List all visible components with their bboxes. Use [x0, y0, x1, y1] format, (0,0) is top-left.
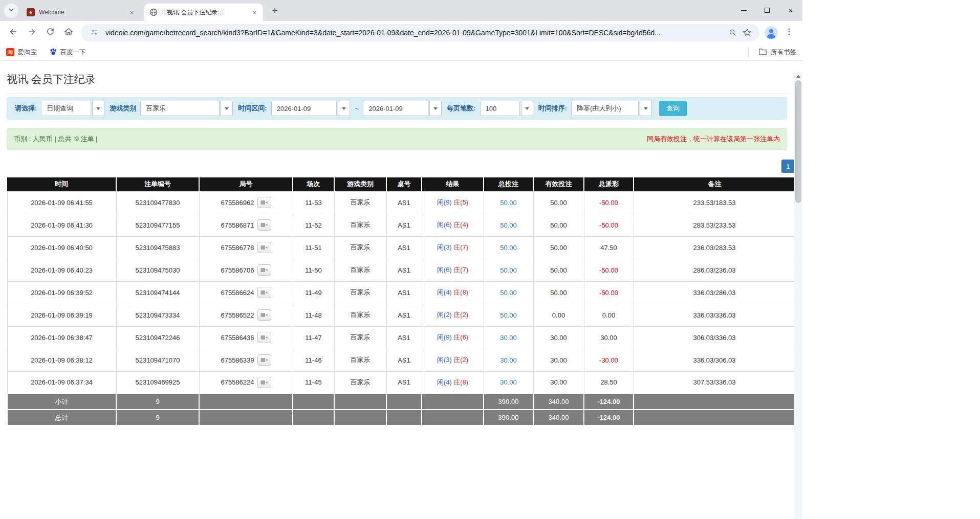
back-icon: [8, 27, 18, 39]
bookmark-taobao[interactable]: 淘 爱淘宝: [6, 48, 37, 57]
minimize-button[interactable]: [732, 0, 755, 20]
scrollbar-thumb[interactable]: [795, 80, 801, 203]
tab-welcome[interactable]: ♠ Welcome ×: [21, 4, 140, 21]
header-payout: 总派彩: [584, 177, 634, 191]
round-number: 675586224: [221, 378, 254, 386]
filter-section: 请选择: 日期查询 游戏类别 百家乐 时间区间: 2026-01-09 ~ 20: [7, 94, 795, 120]
cell-valid-bet: 0.00: [533, 304, 584, 326]
dropdown-arrow-icon[interactable]: [221, 101, 233, 116]
round-video-button[interactable]: [257, 309, 271, 321]
filter-panel: 请选择: 日期查询 游戏类别 百家乐 时间区间: 2026-01-09 ~ 20: [7, 97, 787, 120]
url-text[interactable]: videoie.com/game/betrecord_search/kind3?…: [105, 29, 726, 37]
result-player: 闲(4): [437, 288, 452, 296]
result-banker: 庄(6): [453, 333, 468, 341]
zoom-out-icon[interactable]: [726, 26, 740, 40]
search-button[interactable]: 查询: [659, 101, 687, 116]
divider: [748, 47, 749, 57]
round-video-button[interactable]: [257, 264, 271, 276]
tab-close-icon[interactable]: ×: [127, 8, 136, 17]
video-replay-icon: [260, 267, 268, 273]
result-banker: 庄(2): [453, 311, 468, 319]
cell-total-bet: 50.00: [484, 281, 533, 304]
cell-total-bet: 50.00: [484, 214, 533, 236]
result-player: 闲(9): [437, 333, 452, 341]
browser-menu-button[interactable]: [780, 24, 798, 41]
address-bar[interactable]: videoie.com/game/betrecord_search/kind3?…: [81, 24, 759, 41]
game-kind-select[interactable]: 百家乐: [140, 101, 233, 116]
tab-bet-records[interactable]: :::视讯 会员下注纪录::: ×: [144, 4, 263, 21]
forward-button[interactable]: [23, 24, 40, 41]
result-player: 闲(3): [437, 356, 452, 364]
sort-select[interactable]: 降幂(由大到小): [571, 101, 652, 116]
taobao-icon: 淘: [6, 48, 14, 56]
site-settings-icon[interactable]: [87, 26, 101, 40]
round-video-button[interactable]: [257, 332, 271, 343]
summary-bar: 币别 : 人民币 | 总共 :9 注单 | 同局有效投注，统一计算在该局第一张注…: [7, 128, 787, 150]
cell-session: 11-52: [293, 214, 334, 236]
cell-session: 11-46: [293, 349, 334, 371]
cell-bet-id: 523109472246: [116, 326, 199, 349]
video-replay-icon: [260, 334, 268, 341]
date-end-select[interactable]: 2026-01-09: [363, 101, 442, 116]
per-page-select[interactable]: 100: [480, 101, 533, 116]
dropdown-arrow-icon[interactable]: [92, 101, 104, 116]
header-session: 场次: [293, 177, 334, 191]
cell-time: 2026-01-09 06:40:23: [7, 259, 116, 281]
round-video-button[interactable]: [257, 354, 271, 366]
all-bookmarks-label: 所有书签: [771, 48, 796, 57]
tab-search-button[interactable]: [4, 4, 18, 18]
grand-total-total-bet: 390.00: [484, 410, 533, 425]
dropdown-arrow-icon[interactable]: [429, 101, 442, 116]
round-video-button[interactable]: [257, 242, 271, 253]
result-banker: 庄(7): [453, 266, 468, 274]
globe-icon: [149, 8, 158, 16]
date-start-select[interactable]: 2026-01-09: [271, 101, 350, 116]
cell-bet-id: 523109475883: [116, 236, 199, 259]
dropdown-arrow-icon[interactable]: [338, 101, 350, 116]
browser-window: ♠ Welcome × :::视讯 会员下注纪录::: × + ×: [0, 0, 802, 519]
scrollbar-up-arrow[interactable]: [794, 72, 802, 80]
new-tab-button[interactable]: +: [268, 4, 282, 18]
video-replay-icon: [260, 379, 268, 386]
subtotal-total-bet: 390.00: [484, 394, 533, 410]
cell-valid-bet: 50.00: [533, 259, 584, 281]
tab-close-icon[interactable]: ×: [250, 8, 259, 17]
cell-table-no: AS1: [386, 191, 422, 214]
home-button[interactable]: [60, 24, 77, 41]
bookmark-baidu[interactable]: 百度一下: [49, 48, 86, 57]
date-type-select[interactable]: 日期查询: [41, 101, 104, 116]
cell-session: 11-49: [293, 281, 334, 304]
result-banker: 庄(4): [453, 221, 468, 229]
cell-session: 11-53: [293, 191, 334, 214]
choose-label: 请选择:: [15, 104, 37, 113]
round-number: 675586339: [221, 356, 254, 364]
maximize-button[interactable]: [755, 0, 779, 20]
cell-result: 闲(3) 庄(2): [422, 349, 484, 371]
reload-button[interactable]: [41, 24, 59, 41]
profile-avatar[interactable]: [763, 24, 780, 41]
dropdown-arrow-icon[interactable]: [521, 101, 533, 116]
cell-payout: 28.50: [584, 371, 634, 394]
cell-game-kind: 百家乐: [334, 326, 386, 349]
date-end-value: 2026-01-09: [363, 101, 428, 116]
bookmark-star-icon[interactable]: [740, 26, 754, 40]
pagination-page-1[interactable]: 1: [781, 160, 795, 173]
result-banker: 庄(7): [453, 243, 468, 251]
cell-valid-bet: 30.00: [533, 326, 584, 349]
range-tilde: ~: [355, 105, 359, 112]
cell-remark: 286.03/236.03: [634, 259, 795, 281]
round-video-button[interactable]: [257, 377, 271, 388]
all-bookmarks[interactable]: 所有书签: [748, 47, 796, 57]
vertical-scrollbar[interactable]: [794, 72, 802, 519]
header-remark: 备注: [634, 177, 795, 191]
dropdown-arrow-icon[interactable]: [640, 101, 652, 116]
round-video-button[interactable]: [257, 219, 271, 231]
video-replay-icon: [260, 357, 268, 363]
round-video-button[interactable]: [257, 197, 271, 208]
round-number: 675586522: [221, 311, 254, 319]
cell-table-no: AS1: [386, 281, 422, 304]
cell-total-bet: 50.00: [484, 191, 533, 214]
back-button[interactable]: [5, 24, 22, 41]
close-button[interactable]: ×: [779, 0, 802, 20]
round-video-button[interactable]: [257, 287, 271, 298]
